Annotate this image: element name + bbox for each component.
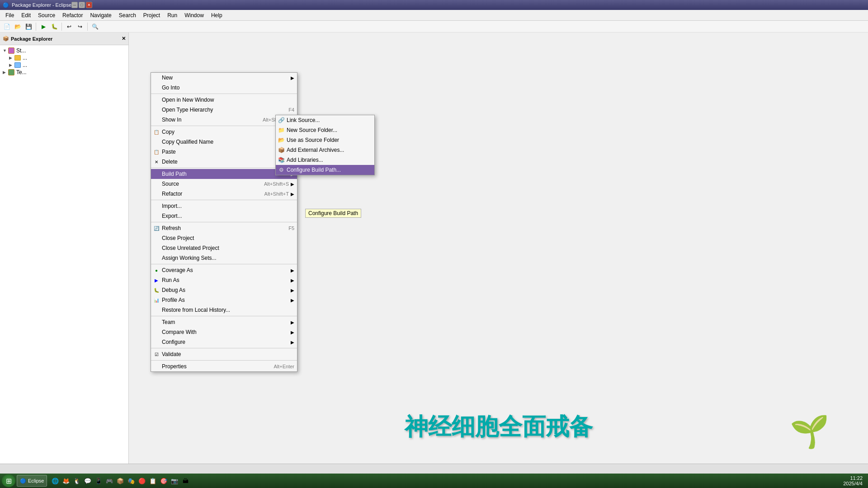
taskbar-eclipse-icon: 🔵 xyxy=(20,478,26,484)
paste-icon: 📋 xyxy=(153,148,160,155)
close-button[interactable]: ✕ xyxy=(86,2,92,8)
menu-file[interactable]: File xyxy=(2,11,18,19)
sub-link-source[interactable]: 🔗 Link Source... xyxy=(276,115,374,125)
maximize-button[interactable]: □ xyxy=(79,2,85,8)
sub-new-source-folder[interactable]: 📁 New Source Folder... xyxy=(276,125,374,135)
ctx-new[interactable]: New ▶ xyxy=(151,73,297,83)
ctx-compare-with[interactable]: Compare With ▶ xyxy=(151,327,297,337)
ctx-close-project[interactable]: Close Project xyxy=(151,233,297,243)
taskbar-clock: 11:22 2025/4/4 xyxy=(843,475,866,486)
taskbar-icon-camera[interactable]: 📷 xyxy=(170,476,179,486)
menu-run[interactable]: Run xyxy=(164,11,181,19)
ctx-restore-local[interactable]: Restore from Local History... xyxy=(151,305,297,315)
sub-add-external-label: Add External Archives... xyxy=(287,147,344,153)
taskbar-icon-files[interactable]: 📦 xyxy=(115,476,125,486)
configure-build-path-tooltip: Configure Build Path xyxy=(305,209,361,218)
ctx-coverage-as[interactable]: ● Coverage As ▶ xyxy=(151,265,297,275)
ctx-configure-arrow: ▶ xyxy=(291,340,294,345)
ctx-export-label: Export... xyxy=(162,213,182,219)
tree-label-sub2: ... xyxy=(23,62,27,68)
ctx-source[interactable]: Source Alt+Shift+S ▶ xyxy=(151,179,297,189)
toolbar-run[interactable]: ▶ xyxy=(38,22,48,32)
taskbar-icon-clipboard[interactable]: 📋 xyxy=(148,476,158,486)
tree-item-sub1[interactable]: ▶ ... xyxy=(2,54,127,61)
menu-source[interactable]: Source xyxy=(34,11,59,19)
sub-configure-build-path[interactable]: ⚙ Configure Build Path... xyxy=(276,165,374,175)
ctx-properties[interactable]: Properties Alt+Enter xyxy=(151,361,297,371)
ctx-close-unrelated[interactable]: Close Unrelated Project xyxy=(151,243,297,253)
taskbar-icon-mobile[interactable]: 📱 xyxy=(94,476,104,486)
ctx-export[interactable]: Export... xyxy=(151,211,297,221)
toolbar-redo[interactable]: ↪ xyxy=(75,22,85,32)
delete-icon: ✕ xyxy=(153,158,160,165)
build-path-submenu: 🔗 Link Source... 📁 New Source Folder... … xyxy=(275,115,375,175)
minimize-button[interactable]: ─ xyxy=(71,2,78,8)
taskbar-icon-penguin[interactable]: 🐧 xyxy=(72,476,82,486)
ctx-profile-as[interactable]: 📊 Profile As ▶ xyxy=(151,295,297,305)
menu-project[interactable]: Project xyxy=(140,11,164,19)
sub-add-libraries[interactable]: 📚 Add Libraries... xyxy=(276,155,374,165)
ctx-team[interactable]: Team ▶ xyxy=(151,317,297,327)
menu-edit[interactable]: Edit xyxy=(18,11,34,19)
menu-help[interactable]: Help xyxy=(208,11,226,19)
toolbar-sep-3 xyxy=(87,23,88,31)
project-icon-te xyxy=(8,69,14,75)
sub-use-as-source[interactable]: 📂 Use as Source Folder xyxy=(276,135,374,145)
ctx-sep-6 xyxy=(151,264,297,264)
ctx-go-into[interactable]: Go Into xyxy=(151,83,297,93)
tree-arrow-sub2: ▶ xyxy=(9,63,14,67)
ctx-new-label: New xyxy=(162,75,173,81)
taskbar-icon-chat[interactable]: 💬 xyxy=(83,476,93,486)
toolbar-undo[interactable]: ↩ xyxy=(64,22,74,32)
ctx-properties-shortcut: Alt+Enter xyxy=(274,364,294,369)
ctx-paste-label: Paste xyxy=(162,149,176,155)
ctx-run-as[interactable]: ▶ Run As ▶ xyxy=(151,275,297,285)
menu-navigate[interactable]: Navigate xyxy=(86,11,115,19)
ctx-debug-as[interactable]: 🐛 Debug As ▶ xyxy=(151,285,297,295)
taskbar-icon-chrome[interactable]: 🌐 xyxy=(50,476,60,486)
link-source-icon: 🔗 xyxy=(278,117,285,124)
panel-header: 📦 Package Explorer ✕ xyxy=(0,33,128,45)
taskbar-icon-mountain[interactable]: 🏔 xyxy=(180,476,190,486)
toolbar-save[interactable]: 💾 xyxy=(24,22,33,32)
panel-close-button[interactable]: ✕ xyxy=(122,36,126,42)
start-button[interactable]: ⊞ xyxy=(2,474,15,487)
toolbar-search[interactable]: 🔍 xyxy=(90,22,100,32)
toolbar-new[interactable]: 📄 xyxy=(2,22,12,32)
taskbar-icon-game[interactable]: 🎮 xyxy=(104,476,114,486)
ctx-assign-working[interactable]: Assign Working Sets... xyxy=(151,253,297,263)
ctx-validate[interactable]: ☑ Validate xyxy=(151,349,297,359)
ctx-copy-qualified-label: Copy Qualified Name xyxy=(162,139,213,145)
ctx-open-new-window[interactable]: Open in New Window xyxy=(151,95,297,105)
tree-item-sub2[interactable]: ▶ ... xyxy=(2,61,127,69)
toolbar-open[interactable]: 📂 xyxy=(13,22,23,32)
menu-window[interactable]: Window xyxy=(181,11,208,19)
taskbar-icon-target[interactable]: 🎯 xyxy=(159,476,169,486)
ctx-properties-label: Properties xyxy=(162,363,187,370)
ctx-profile-label: Profile As xyxy=(162,297,185,303)
sub-add-external[interactable]: 📦 Add External Archives... xyxy=(276,145,374,155)
taskbar-eclipse[interactable]: 🔵 Eclipse xyxy=(17,475,47,487)
taskbar-icon-red[interactable]: 🔴 xyxy=(137,476,147,486)
ctx-open-type-hierarchy-label: Open Type Hierarchy xyxy=(162,107,213,113)
ctx-open-type-hierarchy[interactable]: Open Type Hierarchy F4 xyxy=(151,105,297,115)
taskbar-icon-media[interactable]: 🎭 xyxy=(126,476,136,486)
ctx-refactor[interactable]: Refactor Alt+Shift+T ▶ xyxy=(151,189,297,199)
menu-search[interactable]: Search xyxy=(115,11,140,19)
tree-item-st[interactable]: ▼ St... xyxy=(2,47,127,54)
sub-link-source-label: Link Source... xyxy=(287,117,320,123)
menu-refactor[interactable]: Refactor xyxy=(59,11,86,19)
ctx-refresh-shortcut: F5 xyxy=(288,225,294,231)
taskbar-icon-edge[interactable]: 🦊 xyxy=(61,476,71,486)
ctx-configure[interactable]: Configure ▶ xyxy=(151,337,297,347)
ctx-refresh[interactable]: 🔄 Refresh F5 xyxy=(151,223,297,233)
tree-item-te[interactable]: ▶ Te... xyxy=(2,69,127,76)
ctx-import-label: Import... xyxy=(162,203,182,209)
ctx-restore-local-label: Restore from Local History... xyxy=(162,307,230,313)
project-name-st: St... xyxy=(16,47,26,54)
ctx-import[interactable]: Import... xyxy=(151,201,297,211)
toolbar-debug[interactable]: 🐛 xyxy=(49,22,59,32)
project-name-te: Te... xyxy=(16,69,27,75)
ctx-source-arrow: ▶ xyxy=(291,182,294,187)
toolbar-sep-1 xyxy=(36,23,36,31)
